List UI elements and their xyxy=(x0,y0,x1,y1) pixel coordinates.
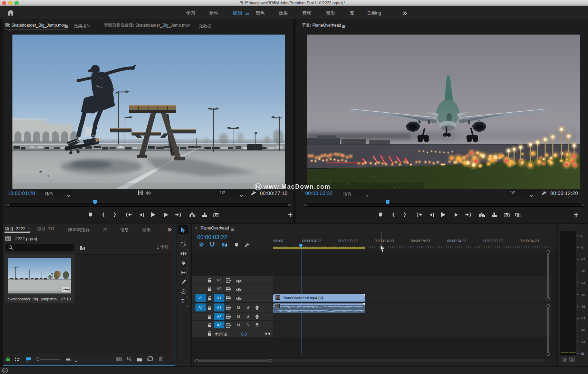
svg-text:-12: -12 xyxy=(580,257,585,261)
svg-text:-24: -24 xyxy=(580,281,585,284)
svg-text:-30: -30 xyxy=(580,293,585,297)
svg-text:-54: -54 xyxy=(580,340,585,344)
svg-text:00:00:24:23: 00:00:24:23 xyxy=(447,239,466,243)
svg-text:-36: -36 xyxy=(580,305,585,308)
svg-text:cc: cc xyxy=(3,369,6,372)
svg-text:00:00:14:23: 00:00:14:23 xyxy=(375,239,394,243)
svg-text:00:00:29:23: 00:00:29:23 xyxy=(483,239,503,243)
svg-text:T: T xyxy=(181,298,184,303)
svg-text:00:00:09:23: 00:00:09:23 xyxy=(338,239,358,243)
svg-text:-42: -42 xyxy=(580,316,585,320)
svg-text:0: 0 xyxy=(580,234,582,237)
svg-text:-48: -48 xyxy=(580,328,585,332)
svg-text:dB: dB xyxy=(580,352,585,355)
svg-text:-6: -6 xyxy=(580,245,583,249)
svg-text:00:00:34:23: 00:00:34:23 xyxy=(520,239,539,243)
svg-text::00:00: :00:00 xyxy=(273,239,283,243)
svg-text:00:00:19:23: 00:00:19:23 xyxy=(411,239,430,243)
svg-text:-18: -18 xyxy=(580,269,585,273)
svg-text:00:00:04:23: 00:00:04:23 xyxy=(302,239,321,243)
